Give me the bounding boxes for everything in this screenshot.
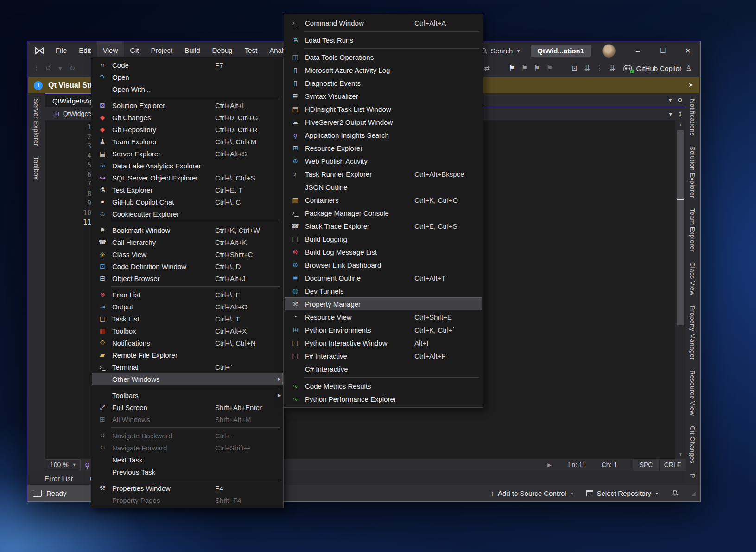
- menu-item[interactable]: ◫ Data Tools Operations ▶: [285, 51, 482, 64]
- menu-item[interactable]: ▶: [285, 46, 482, 51]
- scroll-right-icon[interactable]: ▶: [547, 462, 551, 468]
- menu-item[interactable]: ▶: [92, 284, 283, 289]
- side-tab[interactable]: Git Changes: [689, 426, 696, 463]
- bell-icon[interactable]: [671, 489, 679, 497]
- menu-item[interactable]: JSON Outline ▶: [285, 180, 482, 193]
- menu-item[interactable]: ›_ Terminal Ctrl+` ▶: [92, 361, 283, 373]
- menu-item[interactable]: ⊞ All Windows Shift+Alt+M ▶: [92, 413, 283, 425]
- menu-item[interactable]: ▤ Task List Ctrl+\, T ▶: [92, 313, 283, 325]
- menu-item[interactable]: ⊞ Resource Explorer ▶: [285, 141, 482, 154]
- menu-item[interactable]: ☎ Stack Trace Explorer Ctrl+E, Ctrl+S ▶: [285, 219, 482, 232]
- menu-item[interactable]: ▶: [92, 478, 283, 482]
- menu-item[interactable]: ≣ Document Outline Ctrl+Alt+T ▶: [285, 271, 482, 284]
- menu-item[interactable]: ▤ HDInsight Task List Window ▶: [285, 103, 482, 116]
- menu-item[interactable]: ‹› Code F7 ▶: [92, 59, 283, 71]
- menu-item[interactable]: Ω Notifications Ctrl+\, Ctrl+N ▶: [92, 337, 283, 349]
- gear-icon[interactable]: ⚙: [677, 96, 683, 103]
- resize-grip-icon[interactable]: ◢: [691, 490, 696, 497]
- menu-item[interactable]: ▯ Diagnostic Events ▶: [285, 77, 482, 90]
- toolbar-icon[interactable]: [79, 63, 89, 74]
- close-button[interactable]: ×: [675, 41, 700, 60]
- menu-item[interactable]: ▥ Containers Ctrl+K, Ctrl+O ▶: [285, 193, 482, 206]
- menu-item[interactable]: ▤ Python Interactive Window Alt+I ▶: [285, 336, 482, 349]
- scroll-up-icon[interactable]: ▲: [675, 122, 686, 127]
- chevron-down-icon[interactable]: ▾: [669, 96, 672, 103]
- menu-item[interactable]: ◆ Git Changes Ctrl+0, Ctrl+G ▶: [92, 111, 283, 123]
- toolbar-icon[interactable]: [557, 63, 567, 74]
- menu-item[interactable]: ⊟ Object Browser Ctrl+Alt+J ▶: [92, 272, 283, 284]
- menu-item[interactable]: ≣ Syntax Visualizer ▶: [285, 90, 482, 103]
- menu-item[interactable]: ⊕ Web Publish Activity ▶: [285, 154, 482, 167]
- side-tab[interactable]: P: [689, 474, 696, 478]
- menu-item[interactable]: ⊗ Build Log Message List ▶: [285, 245, 482, 258]
- menu-item[interactable]: ⊡ Code Definition Window Ctrl+\, D ▶: [92, 260, 283, 272]
- menu-item[interactable]: ›_ Package Manager Console ▶: [285, 206, 482, 219]
- menu-item[interactable]: ⚒ Properties Window F4 ▶: [92, 482, 283, 494]
- person-icon[interactable]: ♙: [684, 63, 694, 74]
- menu-item[interactable]: Property Pages Shift+F4 ▶: [92, 494, 283, 506]
- swap-lines-icon[interactable]: ⇄: [482, 63, 492, 74]
- spaces-indicator[interactable]: SPC: [633, 459, 659, 471]
- side-tab[interactable]: Team Explorer: [689, 208, 696, 252]
- next-bookmark-icon[interactable]: ⚑: [532, 63, 542, 74]
- menu-item[interactable]: ◆ Git Repository Ctrl+0, Ctrl+R ▶: [92, 123, 283, 135]
- scrollbar-thumb[interactable]: [677, 130, 684, 325]
- menu-item[interactable]: ◈ Class View Ctrl+Shift+C ▶: [92, 248, 283, 260]
- menu-item[interactable]: ∿ Code Metrics Results ▶: [285, 379, 482, 392]
- side-tab[interactable]: Toolbox: [32, 156, 40, 180]
- menu-item[interactable]: ▶: [92, 220, 283, 224]
- menu-item[interactable]: ∞ Data Lake Analytics Explorer ▶: [92, 160, 283, 172]
- tab-error-list[interactable]: Error List: [44, 475, 73, 482]
- menu-item[interactable]: ▶: [285, 29, 482, 33]
- menu-item[interactable]: ⚗ Test Explorer Ctrl+E, T ▶: [92, 184, 283, 196]
- menu-item[interactable]: › Task Runner Explorer Ctrl+Alt+Bkspce ▶: [285, 167, 482, 180]
- navigate-backward-icon[interactable]: ↺: [43, 63, 53, 74]
- user-avatar[interactable]: [603, 45, 615, 57]
- menu-item[interactable]: ↺ Navigate Backward Ctrl+- ▶: [92, 430, 283, 442]
- side-tab[interactable]: Resource View: [689, 370, 696, 416]
- infobar-close-icon[interactable]: ×: [689, 81, 693, 90]
- toolbar-grip-icon[interactable]: ⁞: [31, 63, 41, 74]
- menu-item[interactable]: ▦ Toolbox Ctrl+Alt+X ▶: [92, 325, 283, 337]
- zoom-control[interactable]: 100 % ▼: [46, 459, 81, 470]
- menu-item[interactable]: ⇥ Output Ctrl+Alt+O ▶: [92, 301, 283, 313]
- menu-item[interactable]: Toolbars ▶: [92, 389, 283, 401]
- expand-region-icon[interactable]: ⇊: [607, 63, 617, 74]
- menu-item[interactable]: ⚒ Property Manager ▶: [285, 297, 482, 310]
- previous-bookmark-icon[interactable]: ⚑: [519, 63, 529, 74]
- menu-item[interactable]: ⊠ Solution Explorer Ctrl+Alt+L ▶: [92, 99, 283, 111]
- split-editor-icon[interactable]: ⇕: [678, 110, 683, 117]
- vertical-scrollbar[interactable]: ▲ ▼: [675, 120, 686, 459]
- menu-item[interactable]: ⚭ GitHub Copilot Chat Ctrl+\, C ▶: [92, 196, 283, 208]
- side-tab[interactable]: Server Explorer: [32, 99, 40, 146]
- menu-item[interactable]: Previous Task ▶: [92, 466, 283, 478]
- line-ending-indicator[interactable]: CRLF: [659, 459, 686, 471]
- menu-item[interactable]: ▤ Build Logging ▶: [285, 232, 482, 245]
- menu-item[interactable]: ▶: [285, 375, 482, 379]
- menu-item[interactable]: ↷ Open ▶: [92, 71, 283, 83]
- menu-item[interactable]: ∿ Python Performance Explorer ▶: [285, 392, 482, 405]
- scroll-down-icon[interactable]: ▼: [675, 452, 686, 457]
- side-tab[interactable]: Solution Explorer: [689, 146, 696, 198]
- outline-options-icon[interactable]: ⋮: [594, 63, 604, 74]
- side-tab[interactable]: Property Manager: [689, 306, 696, 360]
- side-tab[interactable]: Class View: [689, 262, 696, 295]
- menu-item[interactable]: Open With... ▶: [92, 83, 283, 95]
- search-control[interactable]: Search ▼: [481, 47, 521, 55]
- menu-item[interactable]: ◍ Dev Tunnels ▶: [285, 284, 482, 297]
- menu-item[interactable]: ▤ Server Explorer Ctrl+Alt+S ▶: [92, 148, 283, 160]
- menubar-item[interactable]: File: [50, 41, 73, 60]
- menu-item[interactable]: ♟ Team Explorer Ctrl+\, Ctrl+M ▶: [92, 135, 283, 148]
- menu-item[interactable]: Other Windows ▶: [92, 373, 283, 385]
- dropdown-caret-icon[interactable]: ▾: [55, 63, 65, 74]
- clear-bookmarks-icon[interactable]: ⚑: [544, 63, 554, 74]
- menu-item[interactable]: ϙ Application Insights Search ▶: [285, 128, 482, 141]
- menu-item[interactable]: ⊶ SQL Server Object Explorer Ctrl+\, Ctr…: [92, 172, 283, 184]
- menu-item[interactable]: ⊞ Python Environments Ctrl+K, Ctrl+` ▶: [285, 323, 482, 336]
- menu-item[interactable]: ›_ Command Window Ctrl+Alt+A ▶: [285, 16, 482, 29]
- toolbar-icon[interactable]: [494, 63, 504, 74]
- github-copilot-button[interactable]: ✓ GitHub Copilot: [623, 64, 681, 72]
- menu-item[interactable]: ☺ Cookiecutter Explorer ▶: [92, 208, 283, 220]
- toggle-bookmark-icon[interactable]: ⚑: [507, 63, 517, 74]
- menu-item[interactable]: ⊗ Error List Ctrl+\, E ▶: [92, 289, 283, 301]
